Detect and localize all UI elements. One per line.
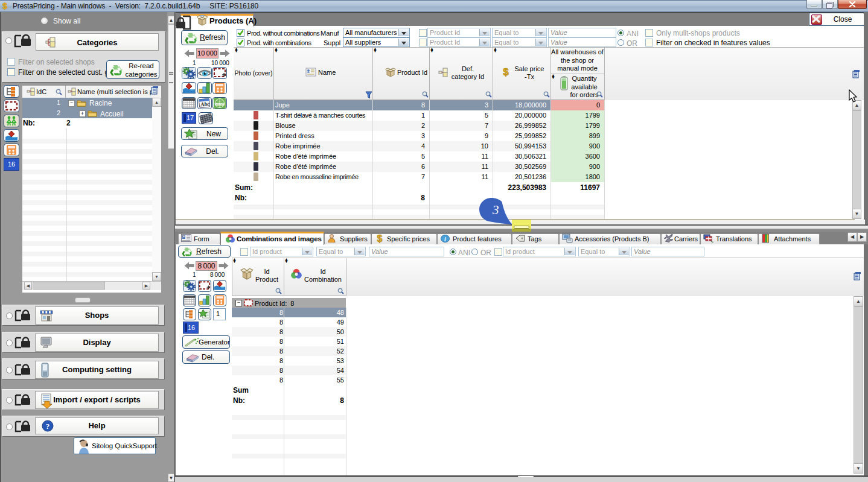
svg-text:Abc: Abc — [200, 101, 211, 108]
svg-text:3: 3 — [492, 203, 499, 217]
svg-text:i: i — [444, 236, 446, 243]
svg-text:www: www — [214, 102, 225, 106]
svg-text:$: $ — [377, 233, 383, 243]
svg-text:$: $ — [503, 66, 509, 77]
